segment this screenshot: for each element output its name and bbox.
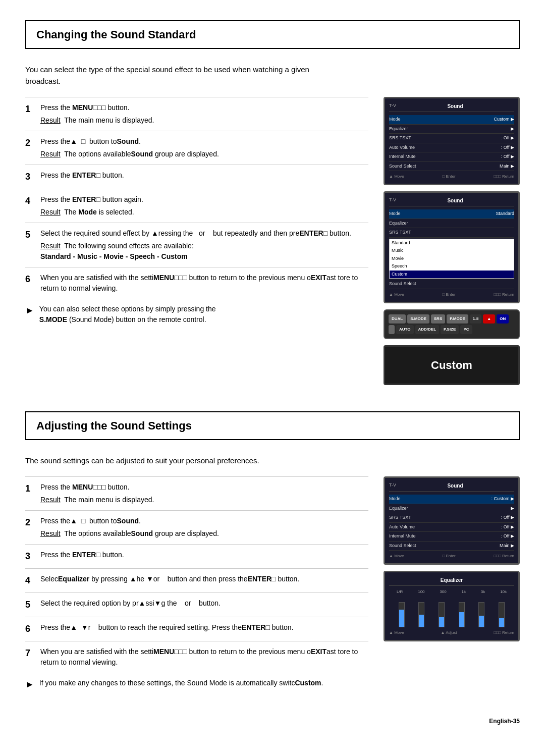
step-1-5: 5 Select the required sound effect by ▲r…: [25, 223, 368, 267]
note-arrow-icon: ►: [25, 304, 34, 317]
eq-fill: [479, 616, 484, 627]
eq-bar-10k: [499, 602, 505, 627]
tv-footer-3: ▲ Move □ Enter □□□ Return: [389, 553, 514, 559]
tv-header: T-V Sound: [389, 102, 514, 112]
tv-title-3: Sound: [447, 482, 463, 490]
eq-fill: [399, 610, 404, 627]
step-number: 2: [25, 516, 35, 529]
tv-row-select2: Sound Select: [389, 280, 514, 289]
step-1-6: 6 When you are satisfied with the settiM…: [25, 267, 368, 299]
section2-intro: The sound settings can be adjusted to su…: [25, 455, 318, 467]
eq-title: Equalizer: [389, 576, 514, 586]
step-2-4: 4 SelecEqualizer by pressing ▲he ▼or but…: [25, 568, 368, 592]
tv-row-auto3: Auto Volume : Off ▶: [389, 523, 514, 532]
step-number: 5: [25, 228, 35, 242]
dropdown-movie: Movie: [390, 255, 514, 263]
step-content: SelecEqualizer by pressing ▲he ▼or butto…: [40, 574, 368, 584]
step-content: Press the ENTER□ button again. Result Th…: [40, 194, 368, 218]
section1-steps: 1 Press the MENU□□□ button. Result The m…: [25, 97, 368, 330]
remote-pmode: P.MODE: [447, 314, 468, 323]
tv-channel: T-V: [389, 102, 396, 110]
tv-row-select: Sound Select Main ▶: [389, 162, 514, 172]
result-line: Result The Mode is selected.: [40, 207, 368, 218]
tv-row-auto: Auto Volume : Off ▶: [389, 143, 514, 153]
remote-adddel: ADD/DEL: [415, 325, 440, 334]
step-content: Press the▲ □ button toSound. Result The …: [40, 516, 368, 539]
step-2-6: 6 Press the▲ ▼r button to reach the requ…: [25, 617, 368, 641]
section2-content: 1 Press the MENU□□□ button. Result The m…: [25, 476, 520, 696]
tv-footer: ▲ Move □ Enter □□□ Return: [389, 174, 514, 180]
custom-label: Custom: [431, 359, 472, 371]
note-arrow-icon-2: ►: [25, 678, 34, 691]
step-2-1: 1 Press the MENU□□□ button. Result The m…: [25, 476, 368, 510]
step-number: 7: [25, 646, 35, 660]
step-content: When you are satisfied with the settiMEN…: [40, 273, 368, 294]
section2-sidebar: T-V Sound Mode : Custom ▶ Equalizer ▶ SR…: [384, 476, 520, 647]
section1-note: ► You can also select these options by s…: [25, 299, 368, 330]
remote-pc: PC: [460, 325, 472, 334]
equalizer-screen: Equalizer L/R 100 300 1k 3k 10k: [384, 571, 520, 641]
note-text: You can also select these options by sim…: [39, 304, 368, 325]
step-2-2: 2 Press the▲ □ button toSound. Result Th…: [25, 510, 368, 544]
tv-footer-2: ▲ Move □ Enter □□□ Return: [389, 292, 514, 298]
tv-row-mode: Mode Custom ▶: [389, 115, 514, 125]
eq-footer: ▲ Move ▲ Adjust □□□ Return: [389, 630, 514, 636]
step-number: 6: [25, 273, 35, 286]
step-content: When you are satisfied with the settiMEN…: [40, 646, 368, 668]
tv-row-eq2: Equalizer: [389, 219, 514, 229]
step-content: Press the MENU□□□ button. Result The mai…: [40, 102, 368, 126]
remote-1ii: 1-II: [470, 314, 482, 323]
section1-content: 1 Press the MENU□□□ button. Result The m…: [25, 97, 520, 391]
page-number: English-35: [25, 717, 520, 726]
remote-dual: DUAL: [389, 314, 406, 323]
eq-bar-100: [418, 602, 424, 627]
remote-smode: S.MODE: [407, 314, 429, 323]
eq-labels-top: L/R 100 300 1k 3k 10k: [389, 589, 514, 595]
tv-row-srs: SRS TSXT : Off ▶: [389, 134, 514, 143]
remote-srs: SRS: [431, 314, 445, 323]
result-line: Result The options availableSound group …: [40, 528, 368, 539]
dropdown-speech: Speech: [390, 262, 514, 271]
step-1-1: 1 Press the MENU□□□ button. Result The m…: [25, 97, 368, 131]
eq-fill: [459, 612, 464, 627]
step-1-3: 3 Press the ENTER□ button.: [25, 165, 368, 189]
step-number: 4: [25, 574, 35, 587]
step-2-5: 5 Select the required option by pr▲ssi▼g…: [25, 592, 368, 617]
section-adjusting-sound: Adjusting the Sound Settings The sound s…: [25, 411, 520, 697]
remote-psize: P.SIZE: [441, 325, 459, 334]
step-number: 4: [25, 194, 35, 208]
tv-row-select3: Sound Select Main ▶: [389, 542, 514, 551]
eq-bar-lr: [399, 602, 405, 627]
result-line: Result The main menu is displayed.: [40, 115, 368, 126]
note-text-2: If you make any changes to these setting…: [39, 678, 368, 688]
eq-bar-1k: [459, 602, 465, 627]
section-changing-sound: Changing the Sound Standard You can sele…: [25, 20, 520, 391]
tv-screen-2: T-V Sound Mode Standard Equalizer SRS TS…: [384, 191, 520, 303]
step-number: 1: [25, 102, 35, 116]
tv-row-srs2: SRS TSXT: [389, 228, 514, 238]
tv-header-2: T-V Sound: [389, 197, 514, 206]
step-number: 2: [25, 136, 35, 150]
eq-fill: [439, 617, 444, 627]
section1-title: Changing the Sound Standard: [25, 20, 520, 49]
remote-a-up: ▲: [483, 314, 495, 323]
step-content: Press the▲ ▼r button to reach the requir…: [40, 622, 368, 633]
step-1-4: 4 Press the ENTER□ button again. Result …: [25, 189, 368, 223]
eq-fill: [499, 618, 504, 627]
result-line: Result The main menu is displayed.: [40, 495, 368, 505]
step-number: 5: [25, 598, 35, 612]
eq-fill: [419, 615, 424, 627]
remote-buttons: DUAL S.MODE SRS P.MODE 1-II ▲ ON AUTO AD…: [389, 314, 515, 334]
step-content: Select the required option by pr▲ssi▼g t…: [40, 598, 368, 609]
eq-bar-300: [439, 602, 445, 627]
section2-title: Adjusting the Sound Settings: [25, 411, 520, 440]
tv-channel-2: T-V: [389, 197, 396, 204]
tv-header-3: T-V Sound: [389, 482, 514, 492]
step-content: Press the▲ □ button toSound. Result The …: [40, 136, 368, 159]
eq-bar-3k: [478, 602, 484, 627]
custom-display-box: Custom: [384, 345, 520, 385]
tv-screen-3: T-V Sound Mode : Custom ▶ Equalizer ▶ SR…: [384, 476, 520, 565]
tv-row-mode-3: Mode : Custom ▶: [389, 495, 514, 504]
step-number: 1: [25, 482, 35, 496]
step-2-3: 3 Press the ENTER□ button.: [25, 544, 368, 568]
